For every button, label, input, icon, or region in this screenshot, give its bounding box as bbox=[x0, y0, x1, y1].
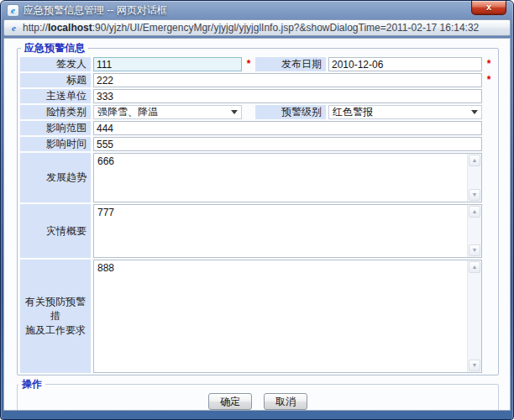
close-button[interactable]: x bbox=[471, 1, 506, 15]
dialog-window: e 应急预警信息管理 -- 网页对话框 x e http://localhost… bbox=[0, 0, 514, 420]
scope-field-cell bbox=[91, 121, 496, 135]
title-bar[interactable]: e 应急预警信息管理 -- 网页对话框 bbox=[1, 1, 513, 19]
button-row: 确定 取消 bbox=[18, 392, 498, 410]
title-label: 标题 bbox=[20, 73, 91, 87]
url-host: localhost bbox=[48, 22, 92, 34]
recipient-label: 主送单位 bbox=[20, 89, 91, 103]
scope-input[interactable] bbox=[93, 121, 482, 135]
row-measures: 有关预防预警措 施及工作要求 888 ▲ ▼ bbox=[20, 260, 496, 373]
url-protocol: http:// bbox=[23, 22, 48, 34]
row-time: 影响时间 bbox=[20, 137, 496, 151]
dialog-page: 应急预警信息 签发人 * 发布日期 * 标题 * bbox=[3, 38, 511, 411]
scroll-up-icon[interactable]: ▲ bbox=[469, 261, 480, 273]
time-field-cell bbox=[91, 137, 496, 151]
time-label: 影响时间 bbox=[20, 137, 91, 151]
measures-field-cell: 888 ▲ ▼ bbox=[91, 260, 496, 373]
publish-date-field-cell: * bbox=[326, 57, 496, 71]
measures-scrollbar[interactable]: ▲ ▼ bbox=[467, 260, 481, 372]
row-scope: 影响范围 bbox=[20, 121, 496, 135]
danger-type-field-cell: 强降雪、降温 bbox=[91, 105, 255, 119]
summary-scrollbar[interactable]: ▲ ▼ bbox=[467, 205, 481, 257]
warning-level-select[interactable]: 红色警报 bbox=[328, 105, 482, 119]
issuer-required-marker: * bbox=[242, 57, 255, 71]
trend-textarea-frame: 666 ▲ ▼ bbox=[93, 153, 482, 202]
row-trend: 发展趋势 666 ▲ ▼ bbox=[20, 153, 496, 202]
row-issuer-date: 签发人 * 发布日期 * bbox=[20, 57, 496, 71]
title-field-cell: * bbox=[91, 73, 496, 87]
measures-label: 有关预防预警措 施及工作要求 bbox=[20, 260, 91, 373]
warning-level-label: 预警级别 bbox=[255, 105, 326, 119]
recipient-input[interactable] bbox=[93, 89, 482, 103]
scroll-up-icon[interactable]: ▲ bbox=[469, 206, 480, 218]
actions-section: 操作 确定 取消 bbox=[17, 377, 499, 411]
ie-page-icon: e bbox=[8, 23, 19, 34]
scroll-down-icon[interactable]: ▼ bbox=[469, 189, 480, 201]
danger-type-select[interactable]: 强降雪、降温 bbox=[93, 105, 242, 119]
measures-textarea-frame: 888 ▲ ▼ bbox=[93, 260, 482, 373]
scroll-up-icon[interactable]: ▲ bbox=[469, 155, 480, 166]
time-input[interactable] bbox=[93, 137, 482, 151]
row-recipient: 主送单位 bbox=[20, 89, 496, 103]
scroll-down-icon[interactable]: ▼ bbox=[469, 244, 480, 256]
issuer-field-cell: * bbox=[91, 57, 255, 71]
trend-field-cell: 666 ▲ ▼ bbox=[91, 153, 496, 202]
chevron-down-icon bbox=[471, 110, 478, 114]
scroll-down-icon[interactable]: ▼ bbox=[469, 360, 480, 371]
window-title: 应急预警信息管理 -- 网页对话框 bbox=[24, 3, 167, 18]
row-summary: 灾情概要 777 ▲ ▼ bbox=[20, 204, 496, 258]
ok-button[interactable]: 确定 bbox=[208, 393, 252, 410]
title-input[interactable] bbox=[93, 73, 482, 87]
publish-date-label: 发布日期 bbox=[255, 57, 326, 71]
scope-label: 影响范围 bbox=[20, 121, 91, 135]
trend-scrollbar[interactable]: ▲ ▼ bbox=[467, 154, 481, 202]
chevron-down-icon bbox=[231, 110, 238, 114]
summary-textarea-frame: 777 ▲ ▼ bbox=[93, 204, 482, 258]
summary-field-cell: 777 ▲ ▼ bbox=[91, 204, 496, 258]
url-path: :90/yjzh/UI/EmergencyMgr/yjyjgl/yjyjglIn… bbox=[92, 22, 480, 34]
publish-date-required-marker: * bbox=[482, 57, 496, 71]
danger-type-label: 险情类别 bbox=[20, 105, 91, 119]
warning-info-section: 应急预警信息 签发人 * 发布日期 * 标题 * bbox=[17, 41, 499, 375]
trend-textarea[interactable]: 666 bbox=[94, 154, 467, 202]
page-url: http://localhost:90/yjzh/UI/EmergencyMgr… bbox=[23, 22, 479, 34]
publish-date-input[interactable] bbox=[328, 57, 482, 71]
warning-level-field-cell: 红色警报 bbox=[326, 105, 496, 119]
measures-label-line1: 有关预防预警措 bbox=[22, 295, 89, 323]
summary-label: 灾情概要 bbox=[20, 204, 91, 258]
title-required-marker: * bbox=[482, 73, 496, 87]
measures-label-line2: 施及工作要求 bbox=[25, 323, 86, 338]
measures-textarea[interactable]: 888 bbox=[94, 260, 467, 372]
address-bar: e http://localhost:90/yjzh/UI/EmergencyM… bbox=[3, 19, 511, 36]
issuer-input[interactable] bbox=[93, 57, 242, 71]
danger-type-value: 强降雪、降温 bbox=[97, 105, 158, 119]
ie-window-icon: e bbox=[7, 4, 19, 17]
recipient-field-cell bbox=[91, 89, 496, 103]
row-title: 标题 * bbox=[20, 73, 496, 87]
cancel-button[interactable]: 取消 bbox=[264, 393, 307, 410]
actions-title: 操作 bbox=[18, 377, 45, 391]
issuer-label: 签发人 bbox=[20, 57, 91, 71]
section-title: 应急预警信息 bbox=[21, 41, 88, 55]
trend-label: 发展趋势 bbox=[20, 153, 91, 202]
warning-level-value: 红色警报 bbox=[333, 105, 373, 119]
row-dropdowns: 险情类别 强降雪、降温 预警级别 红色警报 bbox=[20, 105, 496, 119]
summary-textarea[interactable]: 777 bbox=[94, 205, 467, 257]
